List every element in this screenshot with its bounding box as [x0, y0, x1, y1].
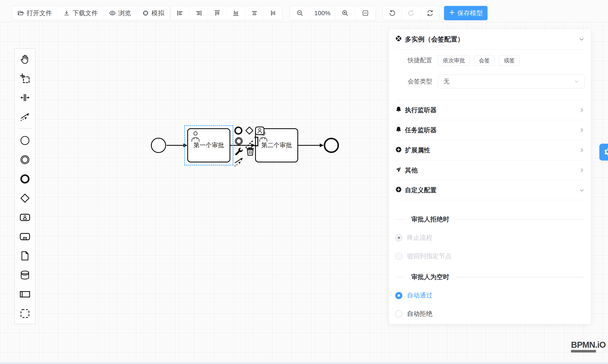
element-palette — [14, 48, 36, 324]
horizontal-scrollbar[interactable] — [0, 362, 608, 364]
user-icon — [191, 131, 200, 144]
toolbar: 打开文件 下载文件 浏览 模拟 100% — [0, 0, 608, 22]
redo-button[interactable] — [402, 6, 421, 20]
chevron-right-icon — [579, 168, 584, 173]
bell-icon — [395, 106, 402, 114]
end-event-icon[interactable] — [14, 169, 35, 188]
data-store-icon[interactable] — [14, 265, 35, 285]
zoom-toolbar-group: 100% — [290, 6, 376, 20]
subprocess-icon[interactable] — [14, 227, 35, 246]
intermediate-event-icon[interactable] — [14, 150, 35, 169]
zoom-in-button[interactable] — [335, 6, 355, 20]
reset-zoom-button[interactable] — [421, 6, 439, 20]
download-file-button[interactable]: 下载文件 — [58, 6, 104, 20]
align-right-button[interactable] — [189, 6, 208, 20]
append-user-task-icon[interactable] — [255, 126, 264, 136]
section-extended-properties[interactable]: 扩展属性 — [395, 140, 584, 160]
quick-config-row: 快捷配置 依次审批 会签 或签 — [395, 55, 584, 66]
reset-zoom-icon — [426, 10, 434, 17]
download-file-label: 下载文件 — [72, 9, 98, 17]
trash-icon[interactable] — [246, 147, 254, 157]
download-icon — [63, 10, 70, 16]
bpmn-io-watermark[interactable]: BPMN.iO — [571, 340, 606, 352]
radio-icon — [395, 310, 402, 318]
preview-button[interactable]: 浏览 — [104, 6, 137, 20]
radio-terminate-process[interactable]: 终止流程 — [395, 234, 584, 242]
start-event-node[interactable] — [151, 138, 166, 153]
lasso-tool-icon[interactable] — [14, 69, 35, 88]
section-label: 其他 — [405, 166, 418, 175]
user-task-icon[interactable] — [14, 208, 35, 227]
radio-auto-pass[interactable]: 自动通过 — [395, 291, 584, 300]
quick-config-orsign-button[interactable]: 或签 — [499, 55, 520, 66]
task-node-1[interactable]: 第一个审批 — [187, 128, 230, 162]
simulate-button[interactable]: 模拟 — [137, 6, 170, 20]
zoom-level: 100% — [310, 6, 335, 20]
participant-pool-icon[interactable] — [14, 285, 35, 304]
gateway-icon[interactable] — [14, 188, 35, 208]
align-top-button[interactable] — [208, 6, 226, 20]
section-label: 任务监听器 — [405, 126, 436, 135]
end-event-node[interactable] — [324, 138, 339, 153]
group-icon[interactable] — [14, 304, 35, 323]
hand-tool-icon[interactable] — [14, 50, 35, 69]
quick-config-countersign-button[interactable]: 会签 — [474, 55, 495, 66]
quick-config-sequential-button[interactable]: 依次审批 — [438, 55, 470, 66]
section-label: 自定义配置 — [405, 186, 436, 195]
section-other[interactable]: 其他 — [395, 160, 584, 180]
global-connect-icon[interactable] — [14, 107, 35, 126]
start-event-icon[interactable] — [14, 131, 35, 150]
chip-icon — [142, 10, 149, 16]
folder-open-icon — [17, 10, 24, 16]
redo-icon — [408, 10, 415, 17]
chevron-right-icon — [579, 147, 584, 153]
divider-title: 审批人拒绝时 — [411, 215, 449, 224]
eye-icon — [109, 10, 116, 16]
data-object-icon[interactable] — [14, 246, 35, 265]
chevron-down-icon[interactable] — [579, 36, 584, 42]
fit-viewport-icon — [362, 10, 369, 17]
align-center-vertical-button[interactable] — [264, 6, 282, 20]
zoom-out-icon — [296, 10, 304, 17]
section-execution-listener[interactable]: 执行监听器 — [395, 100, 584, 120]
connect-tool-icon[interactable] — [234, 156, 245, 168]
zoom-out-button[interactable] — [290, 6, 310, 20]
multi-instance-icon — [395, 35, 402, 43]
panel-header[interactable]: 多实例（会签配置） — [395, 29, 584, 50]
append-intermediate-event-icon[interactable] — [234, 136, 243, 147]
sign-type-value: 无 — [443, 77, 449, 86]
align-center-horizontal-button[interactable] — [245, 6, 264, 20]
radio-return-to-node[interactable]: 驳回到指定节点 — [395, 252, 584, 260]
settings-tab[interactable] — [599, 144, 608, 161]
plus-icon — [449, 9, 455, 17]
sign-type-select[interactable]: 无 — [438, 75, 584, 89]
simulate-label: 模拟 — [152, 9, 164, 17]
radio-auto-reject[interactable]: 自动拒绝 — [395, 310, 584, 318]
save-model-button[interactable]: 保存模型 — [444, 6, 488, 20]
append-gateway-icon[interactable] — [245, 126, 254, 136]
divider-title: 审批人为空时 — [411, 273, 449, 281]
radio-icon — [395, 234, 402, 241]
wrench-icon[interactable] — [234, 146, 243, 157]
preview-label: 浏览 — [118, 9, 131, 17]
align-left-button[interactable] — [171, 6, 189, 20]
section-custom-config[interactable]: 自定义配置 — [395, 180, 584, 200]
undo-button[interactable] — [383, 6, 402, 20]
panel-title: 多实例（会签配置） — [405, 35, 464, 44]
section-task-listener[interactable]: 任务监听器 — [395, 120, 584, 140]
plus-circle-icon — [395, 186, 402, 194]
divider-approver-reject: 审批人拒绝时 — [395, 215, 584, 224]
radio-icon — [395, 253, 402, 260]
append-end-event-icon[interactable] — [234, 126, 243, 136]
undo-icon — [389, 10, 396, 17]
align-bottom-button[interactable] — [226, 6, 245, 20]
history-toolbar-group — [383, 6, 440, 20]
radio-label: 驳回到指定节点 — [407, 252, 451, 260]
open-file-button[interactable]: 打开文件 — [12, 6, 58, 20]
panel-sections: 执行监听器 任务监听器 扩展属性 其他 自定义配置 — [395, 100, 584, 200]
fit-viewport-button[interactable] — [355, 6, 376, 20]
file-toolbar-group: 打开文件 下载文件 浏览 模拟 — [12, 6, 170, 20]
send-icon — [395, 166, 402, 174]
space-tool-icon[interactable] — [14, 88, 35, 107]
radio-label: 自动通过 — [407, 291, 432, 300]
